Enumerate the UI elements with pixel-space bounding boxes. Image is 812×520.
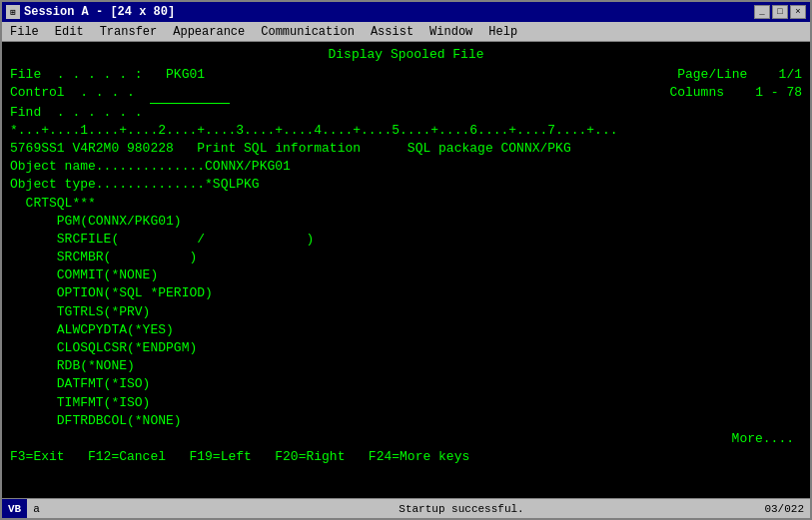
alwcpy-line: ALWCPYDTA(*YES) [10,321,802,339]
commit-line: COMMIT(*NONE) [10,266,802,284]
more-indicator: More.... [732,430,794,448]
pgm-line: PGM(CONNX/PKG01) [10,213,802,231]
title-bar: ⊞ Session A - [24 x 80] _ □ × [2,2,810,22]
menu-file[interactable]: File [6,25,43,39]
find-line: Find . . . . . . [10,104,143,122]
window-title: Session A - [24 x 80] [24,5,175,19]
maximize-button[interactable]: □ [772,5,788,19]
menu-bar: File Edit Transfer Appearance Communicat… [2,22,810,42]
timfmt-line: TIMFMT(*ISO) [10,394,802,412]
srcmbr-line: SRCMBR( ) [10,249,802,266]
crtsql-line: CRTSQL*** [10,195,802,213]
menu-window[interactable]: Window [425,25,476,39]
file-line: File . . . . . : PKG01 [10,66,205,84]
tgtrls-line: TGTRLS(*PRV) [10,303,802,321]
menu-assist[interactable]: Assist [367,25,417,39]
status-message: Startup successful. [393,502,758,516]
ruler-line: *...+....1....+....2....+....3....+....4… [10,122,802,140]
header-title: Display Spooled File [10,46,802,64]
command-input-area[interactable]: a [27,502,393,516]
obj-type-line: Object type..............*SQLPKG [10,176,802,194]
control-input[interactable] [150,84,230,103]
dftrdb-line: DFTRDBCOL(*NONE) [10,412,802,430]
status-time: 03/022 [758,502,810,516]
rdb-line: RDB(*NONE) [10,357,802,375]
minimize-button[interactable]: _ [754,5,770,19]
option-line: OPTION(*SQL *PERIOD) [10,284,802,302]
menu-communication[interactable]: Communication [257,25,359,39]
pageline: Page/Line 1/1 [677,66,802,84]
info-line: 5769SS1 V4R2M0 980228 Print SQL informat… [10,140,802,158]
closql-line: CLOSQLCSR(*ENDPGM) [10,339,802,357]
window-icon: ⊞ [6,5,20,19]
control-line: Control . . . . [10,84,230,103]
datfmt-line: DATFMT(*ISO) [10,375,802,393]
menu-appearance[interactable]: Appearance [169,25,249,39]
menu-transfer[interactable]: Transfer [96,25,162,39]
obj-name-line: Object name..............CONNX/PKG01 [10,158,802,176]
close-button[interactable]: × [790,5,806,19]
menu-edit[interactable]: Edit [51,25,88,39]
title-controls: _ □ × [754,5,806,19]
terminal-screen[interactable]: Display Spooled File File . . . . . : PK… [2,42,810,498]
command-input-value: a [33,503,40,515]
main-window: ⊞ Session A - [24 x 80] _ □ × File Edit … [0,0,812,520]
srcfile-line: SRCFILE( / ) [10,231,802,249]
status-bar: VB a Startup successful. 03/022 [2,498,810,518]
fkeys-line: F3=Exit F12=Cancel F19=Left F20=Right F2… [10,448,802,466]
session-tab[interactable]: VB [2,499,27,518]
menu-help[interactable]: Help [484,25,521,39]
columns-line: Columns 1 - 78 [669,84,802,103]
title-bar-left: ⊞ Session A - [24 x 80] [6,5,175,19]
